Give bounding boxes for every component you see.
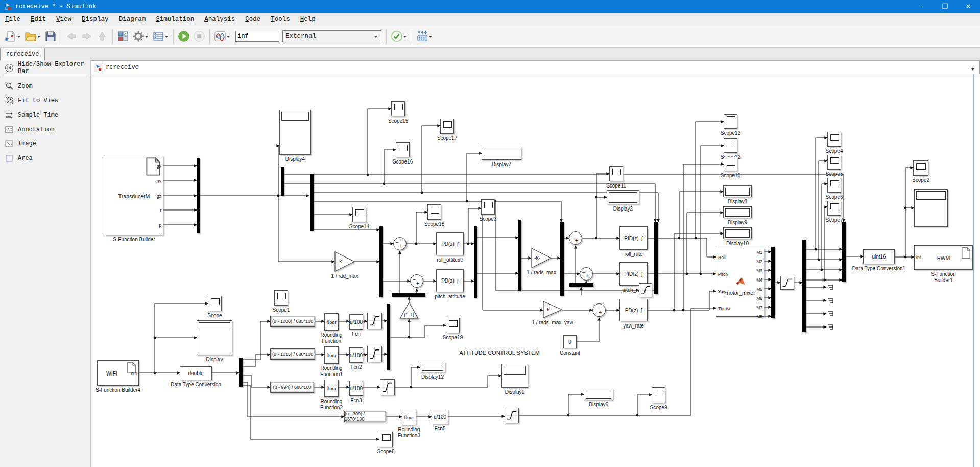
block-gain-rad-max[interactable]: -K- (334, 251, 355, 272)
block-scope14[interactable] (352, 207, 366, 222)
menu-view[interactable]: View (51, 13, 77, 26)
block-fcn3[interactable]: u/100 (349, 381, 363, 396)
block-scope15[interactable] (391, 101, 405, 116)
block-fcn-u1000[interactable]: (u - 1000) / 685*100 (270, 316, 315, 327)
sidebar-item-annotation[interactable]: AAnnotation (0, 124, 90, 135)
menu-display[interactable]: Display (77, 13, 114, 26)
block-scope12[interactable] (724, 138, 737, 153)
menu-file[interactable]: File (0, 13, 26, 26)
block-gain-rads-max-yaw[interactable]: -K- (543, 301, 562, 318)
block-dtc-uint16[interactable]: uint16 (863, 249, 895, 264)
chevron-down-icon[interactable] (37, 36, 40, 39)
block-scope2[interactable] (913, 160, 928, 176)
chevron-down-icon[interactable] (227, 36, 230, 39)
block-scope17[interactable] (440, 119, 454, 134)
sidebar-item-area[interactable]: Area (0, 153, 90, 164)
block-display4[interactable] (279, 110, 311, 155)
block-pd-roll[interactable]: PD(z)∫ (436, 232, 464, 255)
chevron-down-icon[interactable] (971, 68, 974, 72)
block-fcn5[interactable]: u/100 (432, 410, 448, 424)
mux-bar-4[interactable] (474, 226, 477, 298)
block-fcn-u309[interactable]: (u - 309) / 1370*100 (344, 411, 386, 422)
sidebar-item-sample-time[interactable]: Sample Time (0, 110, 90, 121)
simulation-mode-select[interactable]: External (282, 30, 381, 42)
block-gain-1-minus-1[interactable]: [1 -1] (399, 302, 419, 319)
mux-bar-6[interactable] (392, 293, 425, 297)
block-display6[interactable] (584, 389, 613, 400)
sidebar-item-zoom[interactable]: Zoom (0, 81, 90, 92)
chevron-down-icon[interactable] (429, 36, 432, 39)
block-display8[interactable] (723, 185, 752, 197)
block-fcn[interactable]: u/100 (349, 314, 363, 330)
block-sum-roll-rate[interactable]: −+ (569, 231, 582, 245)
chevron-down-icon[interactable] (145, 36, 148, 39)
mux-bar-9[interactable] (569, 283, 593, 287)
block-transducerm[interactable]: TransducerMgxgygzrp (105, 156, 163, 235)
model-browser-button[interactable] (115, 29, 131, 44)
mux-bar-2[interactable] (310, 174, 314, 231)
breadcrumb[interactable]: rcreceive (91, 60, 980, 74)
update-diagram-button[interactable] (415, 29, 435, 44)
block-rounding-function2[interactable]: floor (324, 380, 339, 397)
sidebar-item-hide-show-explorer-bar[interactable]: Hide/Show Explorer Bar (0, 62, 90, 74)
block-saturation3[interactable] (380, 379, 395, 395)
block-display9[interactable] (723, 206, 752, 218)
block-scope11[interactable] (609, 166, 623, 181)
block-pwm[interactable]: PWMin1 (914, 245, 973, 270)
block-saturation5[interactable] (780, 276, 794, 290)
menu-tools[interactable]: Tools (266, 13, 295, 26)
minimize-button[interactable]: – (910, 0, 933, 13)
mux-bar-10[interactable] (771, 247, 775, 318)
block-scope18[interactable] (427, 204, 441, 220)
scope-wave-button[interactable] (212, 29, 232, 44)
block-wifi[interactable]: WIFIout (97, 360, 139, 386)
model-canvas[interactable]: TransducerMgxgygzrpS-Function BuilderWIF… (91, 74, 980, 467)
maximize-button[interactable]: ❐ (933, 0, 957, 13)
block-scope5[interactable] (827, 155, 841, 170)
block-sum-roll-att[interactable]: −+ (393, 237, 407, 250)
block-fcn2[interactable]: u/100 (349, 347, 363, 363)
block-sum-yaw[interactable]: −+ (592, 303, 606, 317)
block-terminator4[interactable] (826, 324, 834, 330)
menu-analysis[interactable]: Analysis (199, 13, 240, 26)
block-display1[interactable] (501, 364, 528, 388)
block-terminator2[interactable] (826, 298, 834, 304)
model-explorer-button[interactable] (151, 29, 171, 44)
block-scope13[interactable] (724, 114, 737, 129)
block-display7[interactable] (482, 147, 521, 160)
block-dtc-double[interactable]: double (180, 366, 212, 380)
mux-bar-13[interactable] (239, 358, 243, 387)
mux-bar-12[interactable] (842, 222, 846, 282)
block-rounding-function3[interactable]: floor (402, 410, 416, 425)
menu-help[interactable]: Help (295, 13, 321, 26)
block-scope16[interactable] (396, 142, 410, 157)
new-model-button[interactable] (3, 29, 23, 44)
block-pd-pitch[interactable]: PD(z)∫ (436, 269, 464, 292)
block-scope19[interactable] (446, 318, 460, 333)
block-display12[interactable] (420, 362, 445, 372)
back-arrow-button[interactable] (64, 29, 79, 44)
check-circle-button[interactable] (389, 29, 409, 44)
block-scope10[interactable] (724, 157, 737, 171)
open-folder-button[interactable] (23, 29, 43, 44)
mux-bar-11[interactable] (802, 240, 806, 332)
block-scope[interactable] (208, 296, 222, 311)
block-sum-pitch-rate[interactable]: −+ (580, 267, 593, 281)
mux-bar-14[interactable] (654, 222, 658, 294)
chevron-down-icon[interactable] (17, 36, 20, 39)
menu-diagram[interactable]: Diagram (114, 13, 151, 26)
block-scope1[interactable] (274, 290, 288, 306)
block-rounding-function1[interactable]: floor (324, 346, 339, 364)
mux-bar-1[interactable] (281, 167, 284, 196)
chevron-down-icon[interactable] (403, 36, 407, 39)
block-pd-yaw[interactable]: PD(z)∫ (619, 299, 648, 321)
block-pid-pitch[interactable]: PID(z)∫ (619, 262, 648, 286)
block-display-unnamed[interactable] (914, 189, 948, 227)
block-motor-mixer[interactable]: motor_mixerRollPitchYawThrustM1M2M3M4M5M… (716, 248, 764, 317)
block-scope8[interactable] (379, 432, 393, 447)
stop-button[interactable] (192, 29, 207, 44)
mux-bar-8[interactable] (560, 222, 564, 296)
block-saturation6[interactable] (639, 283, 652, 297)
block-saturation2[interactable] (367, 346, 382, 362)
play-button[interactable] (176, 29, 192, 44)
